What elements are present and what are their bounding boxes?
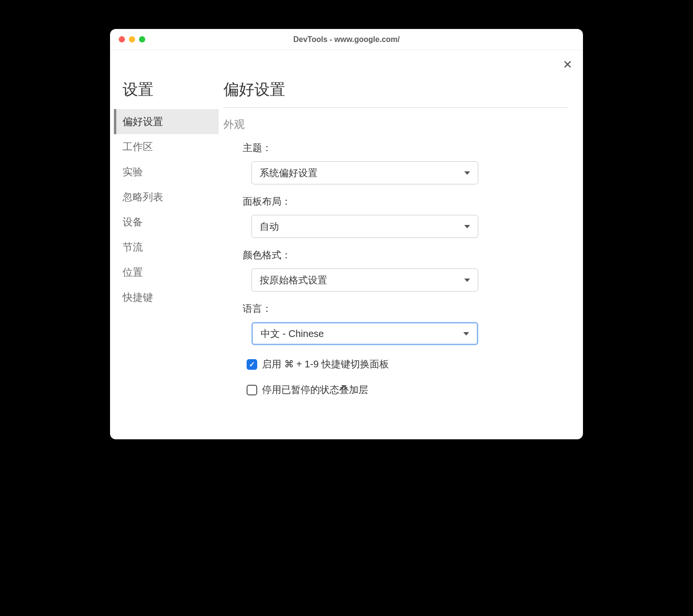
sidebar-item-label: 偏好设置 (123, 116, 163, 127)
section-title-appearance: 外观 (223, 117, 568, 132)
devtools-settings-window: DevTools - www.google.com/ ✕ 设置 偏好设置 工作区… (110, 29, 583, 439)
sidebar-item-label: 工作区 (123, 141, 153, 152)
layout-select-value: 自动 (260, 220, 279, 233)
settings-body: ✕ 设置 偏好设置 工作区 实验 忽略列表 设备 节流 位置 (110, 50, 583, 439)
layout-select[interactable]: 自动 (251, 215, 478, 238)
sidebar-item-label: 实验 (123, 166, 143, 177)
enable-shortcut-checkbox[interactable]: ✓ (247, 359, 257, 370)
language-select[interactable]: 中文 - Chinese (251, 322, 478, 345)
traffic-lights (119, 36, 145, 42)
checkbox-row-disable-overlay[interactable]: 停用已暂停的状态叠加层 (223, 383, 568, 396)
sidebar-item-shortcuts[interactable]: 快捷键 (114, 285, 219, 310)
chevron-down-icon (464, 279, 470, 282)
sidebar-item-label: 位置 (123, 266, 143, 278)
settings-content: 偏好设置 外观 主题： 系统偏好设置 面板布局： 自动 颜色格式： 按 (219, 50, 583, 439)
disable-overlay-label: 停用已暂停的状态叠加层 (262, 383, 368, 396)
close-icon[interactable]: ✕ (563, 59, 572, 70)
sidebar-item-label: 设备 (123, 216, 143, 227)
layout-label: 面板布局： (243, 195, 568, 208)
sidebar-item-throttling[interactable]: 节流 (114, 235, 219, 260)
language-select-value: 中文 - Chinese (261, 327, 324, 340)
language-label: 语言： (243, 302, 568, 315)
color-format-label: 颜色格式： (243, 249, 568, 262)
field-color-format: 颜色格式： 按原始格式设置 (223, 249, 568, 292)
sidebar-item-locations[interactable]: 位置 (114, 260, 219, 285)
field-layout: 面板布局： 自动 (223, 195, 568, 238)
sidebar-item-label: 节流 (123, 241, 143, 252)
settings-sidebar: 设置 偏好设置 工作区 实验 忽略列表 设备 节流 位置 快 (110, 50, 219, 439)
disable-overlay-checkbox[interactable] (247, 385, 257, 395)
sidebar-item-label: 快捷键 (123, 292, 153, 303)
window-title: DevTools - www.google.com/ (110, 35, 583, 44)
field-theme: 主题： 系统偏好设置 (223, 141, 568, 184)
window-minimize-button[interactable] (129, 36, 135, 42)
theme-label: 主题： (243, 141, 568, 154)
sidebar-item-label: 忽略列表 (123, 191, 163, 202)
chevron-down-icon (464, 171, 470, 175)
chevron-down-icon (463, 332, 469, 336)
window-close-button[interactable] (119, 36, 125, 42)
color-format-select[interactable]: 按原始格式设置 (251, 268, 478, 292)
chevron-down-icon (464, 225, 470, 228)
check-icon: ✓ (249, 360, 255, 369)
sidebar-item-workspace[interactable]: 工作区 (114, 134, 219, 159)
sidebar-item-devices[interactable]: 设备 (114, 210, 219, 235)
color-format-select-value: 按原始格式设置 (260, 274, 327, 287)
theme-select-value: 系统偏好设置 (260, 167, 318, 180)
sidebar-item-ignore-list[interactable]: 忽略列表 (114, 184, 219, 210)
sidebar-title: 设置 (114, 79, 219, 100)
enable-shortcut-label: 启用 ⌘ + 1-9 快捷键切换面板 (262, 358, 389, 371)
field-language: 语言： 中文 - Chinese (223, 302, 568, 345)
page-title: 偏好设置 (223, 79, 568, 108)
theme-select[interactable]: 系统偏好设置 (251, 161, 478, 184)
window-titlebar: DevTools - www.google.com/ (110, 29, 583, 50)
checkbox-row-enable-shortcut[interactable]: ✓ 启用 ⌘ + 1-9 快捷键切换面板 (223, 358, 568, 371)
sidebar-item-preferences[interactable]: 偏好设置 (114, 109, 219, 134)
window-maximize-button[interactable] (139, 36, 145, 42)
sidebar-item-experiments[interactable]: 实验 (114, 159, 219, 184)
